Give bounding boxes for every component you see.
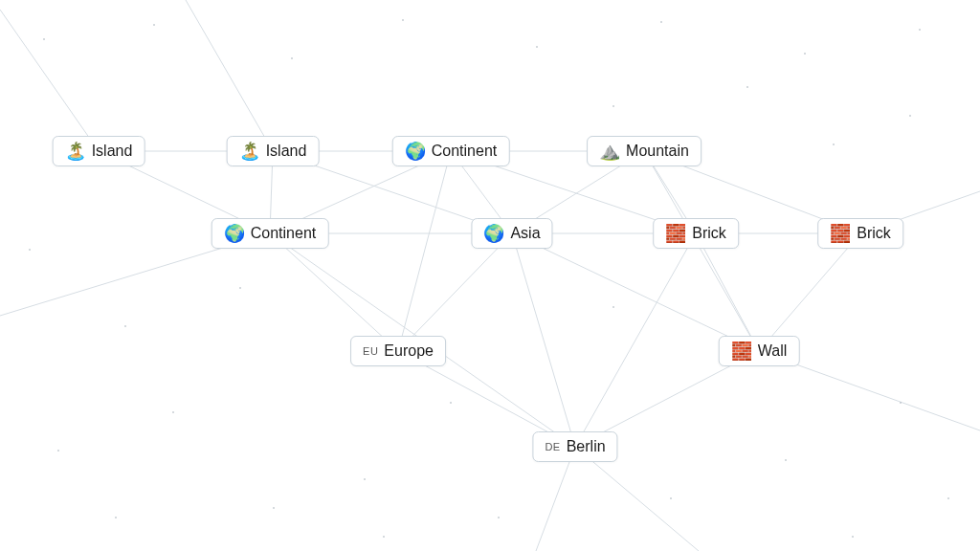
node-icon: 🌍: [483, 225, 504, 242]
svg-line-13: [644, 151, 759, 351]
node-continent-1[interactable]: 🌍Continent: [392, 136, 510, 166]
node-label: Mountain: [626, 143, 689, 160]
node-island-2[interactable]: 🏝️Island: [227, 136, 320, 166]
node-prefix: DE: [545, 441, 560, 452]
svg-line-22: [696, 233, 759, 351]
node-island-1[interactable]: 🏝️Island: [53, 136, 145, 166]
node-label: Island: [92, 143, 133, 160]
node-label: Brick: [692, 225, 726, 242]
svg-line-8: [398, 151, 451, 351]
node-prefix: EU: [363, 345, 378, 357]
node-icon: 🧱: [665, 225, 686, 242]
node-mountain[interactable]: ⛰️Mountain: [587, 136, 702, 166]
node-label: Continent: [251, 225, 317, 242]
node-continent-2[interactable]: 🌍Continent: [212, 218, 329, 249]
svg-line-28: [186, 0, 273, 151]
node-icon: 🏝️: [65, 143, 86, 160]
node-icon: 🏝️: [239, 143, 260, 160]
node-brick-2[interactable]: 🧱Brick: [817, 218, 903, 249]
node-icon: 🧱: [731, 342, 752, 360]
node-label: Wall: [758, 342, 788, 360]
node-berlin[interactable]: DEBerlin: [532, 431, 617, 462]
svg-line-18: [398, 233, 512, 351]
node-label: Berlin: [567, 438, 606, 455]
svg-line-31: [575, 447, 699, 551]
node-label: Brick: [857, 225, 891, 242]
svg-line-19: [512, 233, 759, 351]
svg-line-20: [512, 233, 575, 447]
node-label: Island: [266, 143, 307, 160]
node-icon: ⛰️: [599, 143, 620, 160]
node-wall[interactable]: 🧱Wall: [719, 336, 800, 366]
edges-layer: [0, 0, 980, 551]
svg-line-27: [0, 10, 99, 151]
node-label: Asia: [510, 225, 540, 242]
node-icon: 🧱: [830, 225, 851, 242]
svg-line-14: [270, 233, 398, 351]
svg-line-23: [575, 233, 696, 447]
node-icon: 🌍: [405, 143, 426, 160]
svg-line-30: [536, 447, 575, 551]
svg-line-24: [759, 233, 860, 351]
graph-canvas[interactable]: 🏝️Island🏝️Island🌍Continent⛰️Mountain🌍Con…: [0, 0, 980, 551]
node-brick-1[interactable]: 🧱Brick: [653, 218, 739, 249]
node-icon: 🌍: [224, 225, 245, 242]
node-label: Continent: [432, 143, 498, 160]
node-label: Europe: [384, 342, 434, 360]
node-europe[interactable]: EUEurope: [350, 336, 446, 366]
node-asia[interactable]: 🌍Asia: [471, 218, 552, 249]
